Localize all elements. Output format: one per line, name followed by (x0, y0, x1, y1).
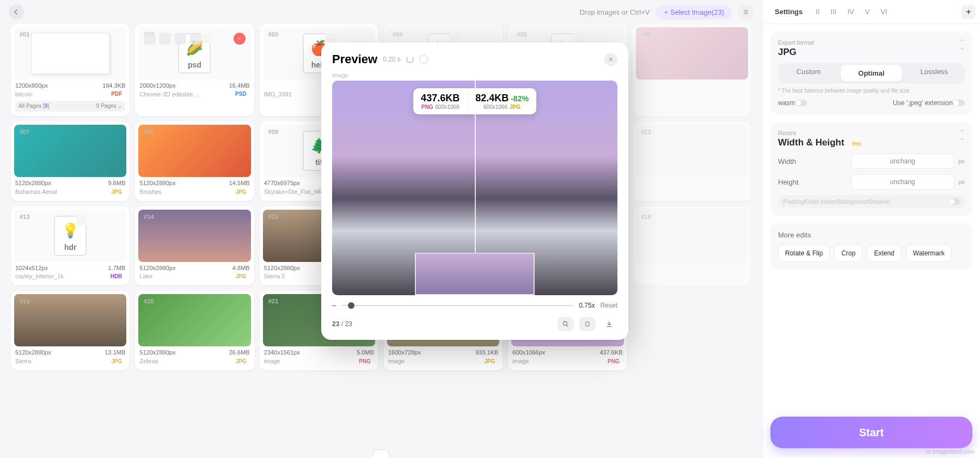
thumbnail[interactable]: #18 (636, 210, 748, 262)
format-stepper-icon[interactable]: ⌃⌄ (959, 39, 965, 50)
thumbnail[interactable]: #08 (138, 125, 250, 177)
thumbnail[interactable]: #02🌽psd (138, 27, 250, 80)
preview-modal: Preview 0.20 s image ⟨ ⟩ 437.6KB PNG600x… (321, 42, 628, 340)
rotate-icon[interactable] (174, 33, 186, 45)
card-index: #15 (266, 213, 280, 221)
zoom-reset[interactable]: Reset (601, 302, 617, 309)
quality-custom[interactable]: Custom (778, 63, 839, 83)
zoom-thumb[interactable] (348, 302, 354, 309)
dimensions: 2000x1200px (139, 82, 175, 90)
thumbnail[interactable]: #12 (636, 125, 748, 177)
filename: Bahamas Aerial (15, 188, 57, 196)
jpeg-ext-switch[interactable] (953, 100, 965, 106)
start-button[interactable]: Start (770, 417, 972, 448)
copy-icon[interactable] (189, 33, 201, 45)
image-card[interactable]: #13💡hdr1024x512px1.7MBcayley_interior_1k… (11, 206, 130, 285)
width-label: Width (778, 157, 796, 166)
card-index: #03 (266, 30, 280, 38)
drop-hint: Drop images or Ctrl+V (579, 8, 650, 16)
more-edits-card: More edits Rotate & FlipCropExtendWaterm… (770, 223, 972, 270)
wasm-switch[interactable] (795, 100, 807, 106)
filetype-badge: PDF (108, 90, 125, 99)
settings-tab-5[interactable]: VI (875, 2, 892, 21)
thumbnail[interactable]: #19 (14, 294, 126, 346)
edit-crop[interactable]: Crop (834, 245, 862, 262)
dimensions: 2340x1561px (264, 349, 300, 357)
settings-tab-2[interactable]: III (825, 2, 842, 21)
zoom-fit-button[interactable] (558, 317, 574, 331)
image-card[interactable]: #145120x2880px4.8MBLakeJPG (135, 206, 254, 285)
list-view-button[interactable] (738, 4, 754, 20)
filetype-badge: JPG (232, 357, 250, 366)
image-card[interactable]: #205120x2880px26.6MBZebrasJPG (135, 291, 254, 370)
back-button[interactable] (9, 4, 24, 20)
filetype-badge: HDR (107, 272, 126, 281)
filetype-badge (740, 82, 747, 83)
crop-icon[interactable] (159, 33, 171, 45)
transparency-toggle[interactable] (419, 55, 428, 64)
card-index: #08 (142, 128, 156, 136)
thumbnail[interactable]: #13💡hdr (14, 210, 126, 262)
dimensions: 5120x2880px (139, 349, 175, 357)
image-card[interactable]: #06 (633, 24, 751, 116)
card-index: #07 (17, 128, 32, 136)
filetype-badge (740, 264, 747, 265)
image-card[interactable]: #085120x2880px14.5MBBrushesJPG (135, 121, 254, 200)
copy-button[interactable] (579, 317, 596, 331)
card-index: #04 (390, 30, 405, 38)
refresh-icon[interactable] (406, 56, 414, 63)
image-card[interactable]: #12 (633, 121, 751, 200)
image-card[interactable]: #195120x2880px13.1MBSierraJPG (11, 291, 130, 370)
select-image-button[interactable]: + Select Image(23) (656, 5, 732, 20)
image-card[interactable]: #011200x800px184.3KBbitcoinPDFAll Pages … (11, 24, 130, 116)
quality-optimal[interactable]: Optimal (841, 65, 902, 82)
more-edits-label: More edits (778, 231, 965, 239)
thumbnail[interactable]: #01 (14, 27, 126, 80)
thumbnail[interactable]: #07 (14, 125, 126, 177)
dimensions: 5120x2880px (139, 264, 175, 272)
padding-hint: (Padding/Outer border/Background/Shadow) (782, 199, 890, 205)
pages-selector[interactable]: All Pages [9]9 Pages ⌄ (15, 101, 125, 112)
image-counter: 23 / 23 (332, 320, 352, 328)
edit-watermark[interactable]: Watermark (906, 245, 952, 262)
height-input[interactable] (851, 174, 954, 190)
filesize: 9.6MB (108, 179, 126, 187)
bottom-drawer-handle[interactable] (373, 450, 389, 458)
image-card[interactable]: #02🌽psd2000x1200px16.4MBChrome 3D editab… (135, 24, 254, 116)
edit-rotate-flip[interactable]: Rotate & Flip (778, 245, 830, 262)
settings-tab-3[interactable]: IV (842, 2, 859, 21)
thumbnail[interactable]: #20 (138, 294, 250, 346)
quality-lossless[interactable]: Lossless (904, 63, 965, 83)
padding-switch[interactable] (948, 198, 960, 205)
add-tab-button[interactable]: + (961, 5, 976, 19)
settings-tab-0[interactable]: Settings (767, 2, 810, 21)
zoom-region-indicator[interactable] (415, 253, 535, 295)
zoom-value: 0.75x (579, 302, 595, 309)
edit-extend[interactable]: Extend (867, 245, 901, 262)
result-dims: 600x1066 (483, 104, 507, 110)
image-card[interactable]: #075120x2880px9.6MBBahamas AerialJPG (11, 121, 130, 200)
delete-button[interactable] (234, 33, 246, 45)
thumbnail[interactable]: #06 (636, 27, 748, 80)
card-index: #09 (266, 128, 280, 136)
resize-mode[interactable]: Width & Height (778, 137, 844, 148)
svg-rect-1 (586, 322, 589, 326)
card-index: #05 (514, 30, 529, 38)
resize-stepper-icon[interactable]: ⌃⌄ (959, 130, 965, 141)
settings-tab-4[interactable]: V (860, 2, 875, 21)
card-index: #18 (639, 213, 653, 221)
edit-icon[interactable] (144, 33, 156, 45)
image-card[interactable]: #18 (633, 206, 751, 285)
card-index: #14 (142, 213, 156, 221)
preview-image[interactable]: 437.6KB PNG600x1066 82.4KB-82% 600x1066J… (332, 81, 617, 295)
thumbnail[interactable]: #14 (138, 210, 250, 262)
settings-tab-1[interactable]: II (810, 2, 825, 21)
width-input[interactable] (851, 154, 954, 169)
card-index: #19 (17, 297, 32, 305)
close-icon (608, 57, 614, 62)
download-button[interactable] (601, 317, 617, 331)
close-button[interactable] (604, 53, 617, 66)
export-format-value[interactable]: JPG (778, 47, 965, 58)
zoom-slider[interactable] (341, 305, 574, 306)
filetype-badge: JPG (108, 357, 125, 366)
